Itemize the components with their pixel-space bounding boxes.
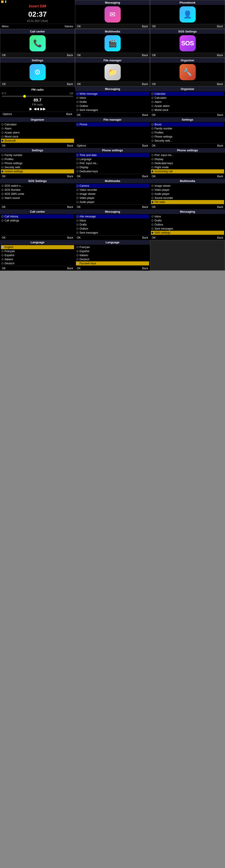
menu-item[interactable]: SOS switch s... <box>1 184 74 188</box>
menu-item[interactable]: Alarm <box>151 100 224 104</box>
footer-ok[interactable]: OK <box>77 175 81 178</box>
menu-item[interactable]: Italiano <box>1 257 74 261</box>
menu-item[interactable]: Family number <box>151 126 224 131</box>
menu-item[interactable]: Video player <box>76 196 149 200</box>
menu-item[interactable]: /rite message <box>76 214 149 219</box>
footer-ok[interactable]: OK <box>152 144 156 147</box>
menu-item[interactable]: Profiles <box>151 131 224 135</box>
footer-ok[interactable]: OK <box>77 267 81 270</box>
menu-item[interactable]: Audio player <box>76 200 149 204</box>
menu-item[interactable]: Bluetooth <box>1 139 74 143</box>
menu-item[interactable]: Inbox <box>76 96 149 100</box>
menu-item[interactable]: Sent messages <box>76 108 149 112</box>
menu-item[interactable]: Español <box>1 253 74 257</box>
menu-item[interactable]: Security setti... <box>1 165 74 169</box>
menu-item[interactable]: Camera <box>76 184 149 188</box>
footer-back[interactable]: Back <box>142 144 148 147</box>
menu-item[interactable]: Phone <box>76 122 149 126</box>
menu-item[interactable]: Incomming call <box>151 169 224 174</box>
menu-item[interactable]: Phone settings <box>151 135 224 139</box>
menu-item[interactable]: Flight mode <box>151 165 224 169</box>
footer-back[interactable]: Back <box>142 114 148 117</box>
menu-item[interactable]: Display <box>151 157 224 161</box>
footer-ok[interactable]: OK <box>77 54 81 57</box>
footer-ok[interactable]: OK <box>152 206 156 209</box>
menu-item[interactable]: Profiles <box>1 157 74 161</box>
menu-item[interactable]: Audio player <box>151 192 224 196</box>
menu-item[interactable]: Français <box>1 249 74 253</box>
footer-back[interactable]: Back <box>217 54 223 57</box>
menu-item[interactable]: Time and date <box>76 153 149 157</box>
footer-ok[interactable]: OK <box>77 236 81 239</box>
menu-item[interactable]: Italiano <box>76 253 149 257</box>
footer-back[interactable]: Back <box>67 267 73 270</box>
footer-ok[interactable]: OK <box>77 83 81 86</box>
footer-back[interactable]: Back <box>217 175 223 178</box>
footer-back[interactable]: Back <box>217 114 223 117</box>
footer-ok[interactable]: OK <box>2 236 6 239</box>
footer-back[interactable]: Back <box>142 206 148 209</box>
menu-item[interactable]: Français <box>76 245 149 249</box>
footer-back[interactable]: Back <box>67 144 73 147</box>
menu-item[interactable]: English <box>1 245 74 249</box>
footer-back[interactable]: Back <box>142 267 148 270</box>
footer-back[interactable]: Back <box>67 236 73 239</box>
footer-back[interactable]: Back <box>217 25 223 28</box>
menu-item[interactable]: Sent messages <box>151 227 224 231</box>
menu-item[interactable]: Display <box>76 165 149 169</box>
menu-item[interactable]: Deutsch <box>76 257 149 261</box>
footer-back[interactable]: Back <box>142 54 148 57</box>
menu-item[interactable]: Sent messages <box>76 231 149 235</box>
fm-play-icon[interactable]: ▶ <box>30 107 32 111</box>
menu-item[interactable]: FM radio <box>151 200 224 204</box>
footer-names[interactable]: Names <box>65 25 73 28</box>
footer-options[interactable]: Options <box>3 113 12 116</box>
footer-menu[interactable]: Menu <box>2 25 8 28</box>
menu-item[interactable]: World clock <box>1 135 74 139</box>
menu-item[interactable]: restore settings <box>1 169 74 174</box>
menu-item[interactable]: Alarm sound <box>1 196 74 200</box>
menu-item[interactable]: Security setti... <box>151 139 224 143</box>
menu-item[interactable]: Pref. input me... <box>151 153 224 157</box>
menu-item[interactable]: Calendar <box>151 92 224 96</box>
footer-back[interactable]: Back <box>217 206 223 209</box>
menu-item[interactable]: Azaan alarm <box>151 104 224 108</box>
footer-ok[interactable]: Options <box>77 144 86 147</box>
footer-ok[interactable]: OK <box>77 206 81 209</box>
menu-item[interactable]: SOS SMS conte <box>1 192 74 196</box>
menu-item[interactable]: Pref. input me... <box>76 161 149 165</box>
menu-item[interactable]: World clock <box>151 108 224 112</box>
menu-item[interactable]: Family number <box>1 153 74 157</box>
footer-back[interactable]: Back <box>142 175 148 178</box>
menu-item[interactable]: Outbox <box>151 223 224 227</box>
footer-ok[interactable]: OK <box>152 114 156 117</box>
footer-ok[interactable]: OK <box>152 175 156 178</box>
menu-item[interactable]: Drafts <box>151 219 224 223</box>
footer-back[interactable]: Back <box>67 83 73 86</box>
menu-item[interactable]: Azaan alarm <box>1 131 74 135</box>
footer-ok[interactable]: OK <box>2 267 6 270</box>
menu-item[interactable]: Video player <box>151 188 224 192</box>
menu-item[interactable]: Dedicated keys <box>76 169 149 174</box>
menu-item[interactable]: Image viewer <box>151 184 224 188</box>
menu-item[interactable]: SOS Number <box>1 188 74 192</box>
footer-back[interactable]: Back <box>67 206 73 209</box>
menu-item[interactable]: Call History <box>1 214 74 219</box>
menu-item[interactable]: Phone settings <box>1 161 74 165</box>
footer-ok[interactable]: OK <box>77 114 81 117</box>
menu-item[interactable]: Write message <box>76 92 149 96</box>
menu-item[interactable]: Calculator <box>151 96 224 100</box>
menu-item[interactable]: Video recorder <box>76 188 149 192</box>
footer-ok[interactable]: OK <box>2 144 6 147</box>
footer-ok[interactable]: OK <box>152 54 156 57</box>
menu-item[interactable]: Language <box>76 157 149 161</box>
footer-ok[interactable]: OK <box>2 83 6 86</box>
footer-back[interactable]: Back <box>67 175 73 178</box>
footer-back[interactable]: Back <box>142 236 148 239</box>
footer-ok[interactable]: OK <box>77 25 81 28</box>
footer-back[interactable]: Back <box>66 113 72 116</box>
menu-item[interactable]: Sound recorder <box>151 196 224 200</box>
footer-ok[interactable]: OK <box>2 175 6 178</box>
footer-ok[interactable]: OK <box>2 54 6 57</box>
footer-back[interactable]: Back <box>217 144 223 147</box>
